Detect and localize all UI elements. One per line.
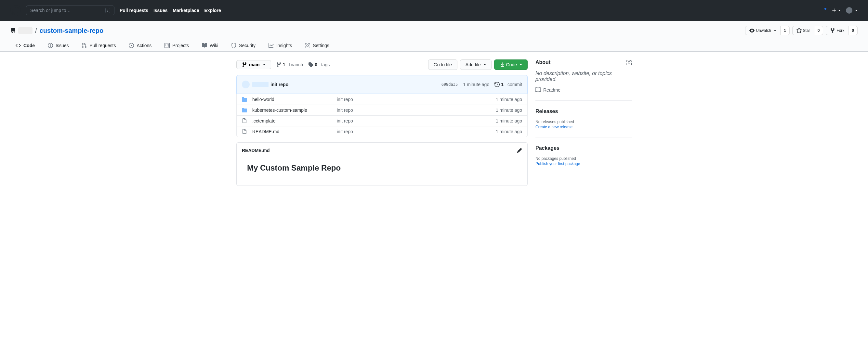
gear-icon (626, 60, 632, 65)
tab-pull-requests[interactable]: Pull requests (76, 40, 121, 51)
file-time: 1 minute ago (496, 107, 522, 113)
tab-label: Issues (56, 43, 69, 48)
edit-readme-button[interactable] (517, 148, 522, 153)
repo-header: / custom-sample-repo Unwatch 1 Star 0 (0, 21, 868, 52)
github-logo[interactable] (10, 5, 21, 15)
latest-commit-bar: init repo 698da35 1 minute ago 1 commit (236, 75, 528, 94)
file-name-link[interactable]: hello-world (252, 97, 274, 102)
edit-about-button[interactable] (626, 60, 632, 65)
tab-label: Settings (313, 43, 329, 48)
branch-icon (276, 62, 282, 67)
search-input[interactable] (30, 8, 105, 13)
file-name-link[interactable]: .cctemplate (252, 118, 276, 124)
fork-icon (830, 28, 835, 33)
commit-author[interactable] (252, 82, 269, 87)
add-file-button[interactable]: Add file (460, 60, 492, 70)
tab-label: Wiki (210, 43, 218, 48)
code-download-button[interactable]: Code (494, 60, 528, 70)
fork-label: Fork (836, 27, 844, 34)
tab-actions[interactable]: Actions (124, 40, 157, 51)
readme-filename: README.md (242, 148, 517, 153)
branches-link[interactable]: 1 branch (276, 62, 303, 67)
global-nav: Pull requests Issues Marketplace Explore (120, 8, 221, 13)
forks-count[interactable]: 0 (848, 26, 858, 35)
user-avatar (846, 7, 852, 14)
file-name-link[interactable]: kubernetes-custom-sample (252, 107, 307, 113)
user-menu[interactable] (846, 7, 858, 14)
file-commit-message[interactable]: init repo (337, 97, 353, 102)
file-time: 1 minute ago (496, 97, 522, 102)
branch-select-button[interactable]: main (236, 60, 271, 69)
commit-author-avatar[interactable] (242, 80, 250, 88)
nav-pull-requests[interactable]: Pull requests (120, 8, 148, 13)
about-block: About No description, website, or topics… (535, 60, 632, 101)
publish-package-link[interactable]: Publish your first package (535, 162, 580, 166)
readme-box: README.md My Custom Sample Repo (236, 142, 528, 186)
repo-nav: Code Issues Pull requests Actions Projec… (10, 40, 858, 51)
book-icon (535, 88, 540, 93)
repo-icon (10, 28, 16, 33)
shield-icon (231, 43, 236, 48)
tab-security[interactable]: Security (226, 40, 261, 51)
file-row: .cctemplateinit repo1 minute ago (237, 116, 527, 126)
create-release-link[interactable]: Create a new release (535, 125, 572, 129)
releases-title: Releases (535, 108, 632, 114)
file-commit-message[interactable]: init repo (337, 107, 353, 113)
star-label: Star (803, 27, 810, 34)
star-icon (797, 28, 802, 33)
commit-message[interactable]: init repo (271, 82, 288, 87)
tab-code[interactable]: Code (10, 40, 40, 51)
file-icon (242, 118, 247, 124)
readme-heading: My Custom Sample Repo (247, 163, 517, 175)
project-icon (164, 43, 170, 48)
tab-label: Pull requests (89, 43, 116, 48)
file-browser: init repo 698da35 1 minute ago 1 commit … (236, 75, 528, 137)
commit-sha[interactable]: 698da35 (441, 82, 458, 87)
issue-icon (48, 43, 53, 48)
commit-time[interactable]: 1 minute ago (463, 82, 489, 87)
pencil-icon (517, 148, 522, 153)
gear-icon (305, 43, 310, 48)
eye-icon (749, 28, 754, 33)
nav-issues[interactable]: Issues (153, 8, 168, 13)
branch-name: main (249, 62, 260, 67)
file-commit-message[interactable]: init repo (337, 118, 353, 124)
tab-wiki[interactable]: Wiki (197, 40, 223, 51)
tab-insights[interactable]: Insights (263, 40, 297, 51)
branch-icon (242, 62, 247, 67)
tab-settings[interactable]: Settings (300, 40, 335, 51)
file-row: hello-worldinit repo1 minute ago (237, 94, 527, 105)
file-row: README.mdinit repo1 minute ago (237, 126, 527, 137)
readme-link[interactable]: Readme (535, 88, 632, 93)
notifications-button[interactable] (821, 8, 827, 13)
tab-label: Actions (136, 43, 152, 48)
commits-link[interactable]: 1 commit (494, 82, 522, 87)
file-name-link[interactable]: README.md (252, 129, 279, 134)
repo-name[interactable]: custom-sample-repo (40, 27, 104, 34)
tab-projects[interactable]: Projects (159, 40, 194, 51)
repo-owner[interactable] (18, 27, 32, 34)
go-to-file-button[interactable]: Go to file (428, 60, 457, 70)
fork-button[interactable]: Fork (826, 26, 848, 35)
watchers-count[interactable]: 1 (780, 26, 789, 35)
tab-label: Insights (276, 43, 292, 48)
stargazers-count[interactable]: 0 (814, 26, 824, 35)
code-icon (16, 43, 21, 48)
nav-explore[interactable]: Explore (204, 8, 221, 13)
tags-link[interactable]: 0 tags (308, 62, 330, 67)
releases-empty: No releases published (535, 120, 632, 124)
nav-marketplace[interactable]: Marketplace (173, 8, 199, 13)
file-commit-message[interactable]: init repo (337, 129, 353, 134)
tab-issues[interactable]: Issues (42, 40, 74, 51)
directory-icon (242, 97, 247, 102)
unwatch-button[interactable]: Unwatch (745, 26, 780, 35)
file-row: kubernetes-custom-sampleinit repo1 minut… (237, 105, 527, 116)
star-button[interactable]: Star (792, 26, 814, 35)
search-box[interactable]: / (26, 5, 115, 15)
create-new-menu[interactable] (832, 8, 841, 13)
sidebar: About No description, website, or topics… (535, 60, 632, 186)
book-icon (202, 43, 207, 48)
packages-empty: No packages published (535, 156, 632, 161)
tab-label: Security (239, 43, 255, 48)
file-list: hello-worldinit repo1 minute agokubernet… (236, 94, 528, 137)
